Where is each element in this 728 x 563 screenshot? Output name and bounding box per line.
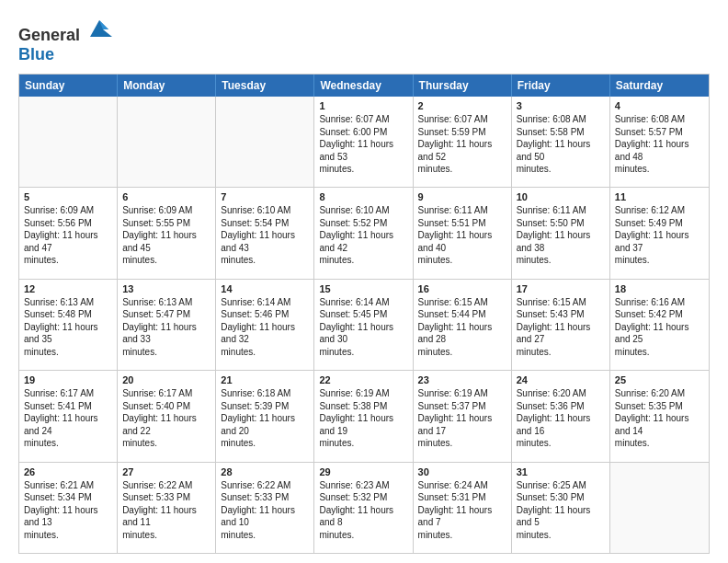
calendar-cell: 2Sunrise: 6:07 AMSunset: 5:59 PMDaylight… [414,97,512,187]
logo: General Blue [18,15,112,64]
day-number: 23 [418,374,506,385]
day-number: 25 [615,374,704,385]
calendar-cell: 23Sunrise: 6:19 AMSunset: 5:37 PMDayligh… [414,371,512,461]
day-number: 14 [221,283,309,294]
cell-info: Sunrise: 6:19 AMSunset: 5:37 PMDaylight:… [418,387,506,450]
calendar-cell: 8Sunrise: 6:10 AMSunset: 5:52 PMDaylight… [314,188,413,278]
calendar-cell: 9Sunrise: 6:11 AMSunset: 5:51 PMDaylight… [414,188,512,278]
calendar-cell [216,97,314,187]
cell-info: Sunrise: 6:22 AMSunset: 5:33 PMDaylight:… [122,479,210,542]
header-day-sunday: Sunday [19,75,118,97]
cell-info: Sunrise: 6:25 AMSunset: 5:30 PMDaylight:… [517,479,605,542]
cell-info: Sunrise: 6:15 AMSunset: 5:44 PMDaylight:… [418,296,506,359]
cell-info: Sunrise: 6:08 AMSunset: 5:58 PMDaylight:… [517,113,605,176]
day-number: 10 [517,191,605,202]
calendar-week-2: 5Sunrise: 6:09 AMSunset: 5:56 PMDaylight… [19,188,709,279]
cell-info: Sunrise: 6:10 AMSunset: 5:54 PMDaylight:… [221,204,309,267]
cell-info: Sunrise: 6:15 AMSunset: 5:43 PMDaylight:… [517,296,605,359]
calendar-cell: 11Sunrise: 6:12 AMSunset: 5:49 PMDayligh… [610,188,709,278]
day-number: 12 [24,283,112,294]
calendar-cell [610,463,709,553]
cell-info: Sunrise: 6:20 AMSunset: 5:36 PMDaylight:… [517,387,605,450]
day-number: 3 [517,100,605,111]
day-number: 19 [24,374,112,385]
calendar-cell [19,97,118,187]
cell-info: Sunrise: 6:22 AMSunset: 5:33 PMDaylight:… [221,479,309,542]
calendar-cell: 15Sunrise: 6:14 AMSunset: 5:45 PMDayligh… [314,280,413,370]
cell-info: Sunrise: 6:08 AMSunset: 5:57 PMDaylight:… [615,113,704,176]
cell-info: Sunrise: 6:07 AMSunset: 6:00 PMDaylight:… [319,113,407,176]
logo-blue: Blue [18,45,54,63]
day-number: 27 [122,466,210,477]
calendar-cell: 26Sunrise: 6:21 AMSunset: 5:34 PMDayligh… [19,463,118,553]
calendar-cell: 24Sunrise: 6:20 AMSunset: 5:36 PMDayligh… [512,371,610,461]
calendar-cell [118,97,216,187]
day-number: 8 [319,191,407,202]
day-number: 29 [319,466,407,477]
calendar-cell: 3Sunrise: 6:08 AMSunset: 5:58 PMDaylight… [512,97,610,187]
logo-general: General [18,26,80,44]
calendar-cell: 1Sunrise: 6:07 AMSunset: 6:00 PMDaylight… [314,97,413,187]
cell-info: Sunrise: 6:20 AMSunset: 5:35 PMDaylight:… [615,387,704,450]
calendar-cell: 20Sunrise: 6:17 AMSunset: 5:40 PMDayligh… [118,371,216,461]
cell-info: Sunrise: 6:14 AMSunset: 5:46 PMDaylight:… [221,296,309,359]
header-day-friday: Friday [512,75,610,97]
page-header: General Blue [18,15,710,64]
cell-info: Sunrise: 6:09 AMSunset: 5:55 PMDaylight:… [122,204,210,267]
calendar-cell: 7Sunrise: 6:10 AMSunset: 5:54 PMDaylight… [216,188,314,278]
cell-info: Sunrise: 6:10 AMSunset: 5:52 PMDaylight:… [319,204,407,267]
day-number: 1 [319,100,407,111]
cell-info: Sunrise: 6:23 AMSunset: 5:32 PMDaylight:… [319,479,407,542]
cell-info: Sunrise: 6:13 AMSunset: 5:48 PMDaylight:… [24,296,112,359]
day-number: 6 [122,191,210,202]
calendar-week-5: 26Sunrise: 6:21 AMSunset: 5:34 PMDayligh… [19,463,709,553]
calendar-cell: 28Sunrise: 6:22 AMSunset: 5:33 PMDayligh… [216,463,314,553]
calendar-week-1: 1Sunrise: 6:07 AMSunset: 6:00 PMDaylight… [19,97,709,188]
calendar-header: SundayMondayTuesdayWednesdayThursdayFrid… [19,75,709,97]
header-day-tuesday: Tuesday [216,75,314,97]
day-number: 9 [418,191,506,202]
calendar-cell: 6Sunrise: 6:09 AMSunset: 5:55 PMDaylight… [118,188,216,278]
calendar-cell: 14Sunrise: 6:14 AMSunset: 5:46 PMDayligh… [216,280,314,370]
cell-info: Sunrise: 6:21 AMSunset: 5:34 PMDaylight:… [24,479,112,542]
calendar-cell: 10Sunrise: 6:11 AMSunset: 5:50 PMDayligh… [512,188,610,278]
cell-info: Sunrise: 6:09 AMSunset: 5:56 PMDaylight:… [24,204,112,267]
cell-info: Sunrise: 6:11 AMSunset: 5:50 PMDaylight:… [517,204,605,267]
calendar-cell: 19Sunrise: 6:17 AMSunset: 5:41 PMDayligh… [19,371,118,461]
calendar-week-4: 19Sunrise: 6:17 AMSunset: 5:41 PMDayligh… [19,371,709,462]
calendar-cell: 17Sunrise: 6:15 AMSunset: 5:43 PMDayligh… [512,280,610,370]
day-number: 15 [319,283,407,294]
day-number: 28 [221,466,309,477]
cell-info: Sunrise: 6:17 AMSunset: 5:40 PMDaylight:… [122,387,210,450]
calendar-cell: 25Sunrise: 6:20 AMSunset: 5:35 PMDayligh… [610,371,709,461]
cell-info: Sunrise: 6:13 AMSunset: 5:47 PMDaylight:… [122,296,210,359]
header-day-monday: Monday [118,75,216,97]
calendar-cell: 18Sunrise: 6:16 AMSunset: 5:42 PMDayligh… [610,280,709,370]
day-number: 20 [122,374,210,385]
header-day-saturday: Saturday [610,75,709,97]
cell-info: Sunrise: 6:07 AMSunset: 5:59 PMDaylight:… [418,113,506,176]
calendar-cell: 12Sunrise: 6:13 AMSunset: 5:48 PMDayligh… [19,280,118,370]
day-number: 2 [418,100,506,111]
cell-info: Sunrise: 6:18 AMSunset: 5:39 PMDaylight:… [221,387,309,450]
day-number: 5 [24,191,112,202]
day-number: 11 [615,191,704,202]
calendar-body: 1Sunrise: 6:07 AMSunset: 6:00 PMDaylight… [19,97,709,553]
day-number: 26 [24,466,112,477]
calendar-cell: 29Sunrise: 6:23 AMSunset: 5:32 PMDayligh… [314,463,413,553]
day-number: 24 [517,374,605,385]
header-day-thursday: Thursday [414,75,512,97]
cell-info: Sunrise: 6:24 AMSunset: 5:31 PMDaylight:… [418,479,506,542]
calendar-cell: 5Sunrise: 6:09 AMSunset: 5:56 PMDaylight… [19,188,118,278]
day-number: 22 [319,374,407,385]
calendar-cell: 16Sunrise: 6:15 AMSunset: 5:44 PMDayligh… [414,280,512,370]
day-number: 31 [517,466,605,477]
day-number: 18 [615,283,704,294]
header-day-wednesday: Wednesday [314,75,413,97]
logo-icon [86,15,112,40]
day-number: 16 [418,283,506,294]
cell-info: Sunrise: 6:16 AMSunset: 5:42 PMDaylight:… [615,296,704,359]
calendar-cell: 4Sunrise: 6:08 AMSunset: 5:57 PMDaylight… [610,97,709,187]
calendar-week-3: 12Sunrise: 6:13 AMSunset: 5:48 PMDayligh… [19,280,709,371]
calendar-cell: 13Sunrise: 6:13 AMSunset: 5:47 PMDayligh… [118,280,216,370]
